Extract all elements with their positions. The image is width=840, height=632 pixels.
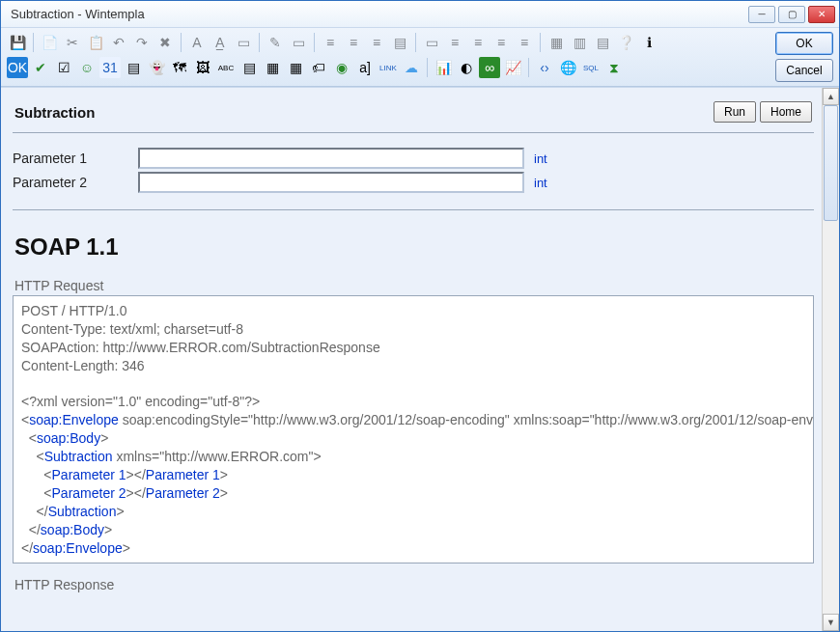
param-label: Parameter 1 bbox=[13, 151, 138, 166]
param-type: int bbox=[534, 151, 547, 166]
abc-icon[interactable]: ABC bbox=[215, 57, 237, 78]
valign-top-icon: ≡ bbox=[444, 32, 465, 53]
http-response-label: HTTP Response bbox=[14, 577, 814, 592]
image-icon[interactable]: 🖼 bbox=[192, 57, 213, 78]
copy-icon: 📄 bbox=[39, 32, 60, 53]
http-request-box: POST / HTTP/1.0 Content-Type: text/xml; … bbox=[13, 295, 814, 563]
textbox-icon[interactable]: a] bbox=[354, 57, 376, 78]
toolbar-separator bbox=[540, 33, 541, 52]
delete-icon: ✖ bbox=[154, 32, 176, 53]
calendar-icon[interactable]: 31 bbox=[99, 57, 121, 78]
toolbar-separator bbox=[427, 58, 428, 77]
param-type: int bbox=[534, 176, 547, 190]
cut-icon: ✂ bbox=[62, 32, 83, 53]
distribute-icon: ▤ bbox=[389, 32, 410, 53]
cloud-icon[interactable]: ☁ bbox=[401, 57, 422, 78]
valign-mid-icon: ≡ bbox=[467, 32, 489, 53]
insert-icon: ✎ bbox=[265, 32, 286, 53]
layers-icon: ▤ bbox=[592, 32, 613, 53]
snap-icon: ▥ bbox=[569, 32, 590, 53]
grid-icon: ▦ bbox=[546, 32, 567, 53]
content-area: Subtraction Run Home Parameter 1intParam… bbox=[1, 87, 839, 631]
align-center-icon: ≡ bbox=[343, 32, 364, 53]
http-request-label: HTTP Request bbox=[14, 278, 814, 293]
infinity-icon[interactable]: ∞ bbox=[479, 57, 500, 78]
panel-header: Subtraction Run Home bbox=[13, 97, 814, 133]
scroll-up-arrow[interactable]: ▲ bbox=[823, 88, 839, 105]
toolbar-separator bbox=[259, 33, 260, 52]
toolbar-separator bbox=[314, 33, 315, 52]
pie-icon[interactable]: ◐ bbox=[456, 57, 477, 78]
emoji-icon[interactable]: ☺ bbox=[76, 57, 98, 78]
doc-icon[interactable]: ▤ bbox=[238, 57, 260, 78]
info-icon[interactable]: ℹ bbox=[638, 32, 659, 53]
scroll-area[interactable]: Subtraction Run Home Parameter 1intParam… bbox=[1, 88, 822, 631]
undo-icon: ↶ bbox=[108, 32, 129, 53]
toolbar-area: 💾📄✂📋↶↷✖AA̲▭✎▭≡≡≡▤▭≡≡≡≡▦▥▤❔ℹ OK✔☑☺31▤👻🗺🖼A… bbox=[1, 28, 839, 87]
vdistribute-icon: ≡ bbox=[514, 32, 535, 53]
home-button[interactable]: Home bbox=[760, 101, 812, 123]
toolbar-separator bbox=[415, 33, 416, 52]
redo-icon: ↷ bbox=[131, 32, 153, 53]
plot-icon[interactable]: 📈 bbox=[502, 57, 523, 78]
toolbar-row-1: 💾📄✂📋↶↷✖AA̲▭✎▭≡≡≡▤▭≡≡≡≡▦▥▤❔ℹ bbox=[7, 32, 659, 53]
soap-heading: SOAP 1.1 bbox=[14, 234, 812, 261]
align-right-icon: ≡ bbox=[366, 32, 387, 53]
font-underline-icon: A̲ bbox=[210, 32, 231, 53]
chart-icon[interactable]: 📊 bbox=[433, 57, 454, 78]
auto-insert-icon: ▭ bbox=[288, 32, 309, 53]
checkbox-icon[interactable]: ✔ bbox=[30, 57, 51, 78]
scroll-down-arrow[interactable]: ▼ bbox=[823, 614, 839, 631]
toolbar-row-2: OK✔☑☺31▤👻🗺🖼ABC▤▦▦🏷◉a]LINK☁📊◐∞📈‹›🌐SQL⧗ bbox=[7, 57, 659, 78]
toolbar-separator bbox=[181, 33, 182, 52]
sql-icon[interactable]: SQL bbox=[580, 57, 602, 78]
ok-button-icon[interactable]: OK bbox=[7, 57, 28, 78]
titlebar: Subtraction - Wintempla ─ ▢ ✕ bbox=[1, 1, 839, 28]
toolbar-separator bbox=[528, 58, 529, 77]
auto-layout-icon: ▭ bbox=[421, 32, 442, 53]
param-row: Parameter 2int bbox=[13, 172, 814, 193]
valign-bot-icon: ≡ bbox=[490, 32, 512, 53]
cancel-button[interactable]: Cancel bbox=[775, 59, 833, 82]
link-icon[interactable]: LINK bbox=[378, 57, 399, 78]
ok-button[interactable]: OK bbox=[775, 32, 833, 55]
panel-title: Subtraction bbox=[14, 104, 710, 121]
tag-icon[interactable]: 🏷 bbox=[308, 57, 329, 78]
window-title: Subtraction - Wintempla bbox=[11, 7, 748, 21]
param-row: Parameter 1int bbox=[13, 148, 814, 169]
auto-format-icon: ▭ bbox=[233, 32, 254, 53]
parameters-block: Parameter 1intParameter 2int bbox=[13, 133, 814, 210]
close-button[interactable]: ✕ bbox=[808, 6, 835, 23]
table-icon[interactable]: ▦ bbox=[262, 57, 283, 78]
help-icon[interactable]: ❔ bbox=[615, 32, 636, 53]
align-left-icon: ≡ bbox=[320, 32, 341, 53]
run-button[interactable]: Run bbox=[714, 101, 756, 123]
paste-icon: 📋 bbox=[85, 32, 106, 53]
globe-icon[interactable]: 🌐 bbox=[557, 57, 578, 78]
code-icon[interactable]: ‹› bbox=[534, 57, 555, 78]
record-icon[interactable]: ◉ bbox=[331, 57, 352, 78]
vscrollbar[interactable]: ▲ ▼ bbox=[822, 88, 839, 631]
param-label: Parameter 2 bbox=[13, 175, 138, 190]
app-window: Subtraction - Wintempla ─ ▢ ✕ 💾📄✂📋↶↷✖AA̲… bbox=[0, 0, 840, 632]
minimize-button[interactable]: ─ bbox=[748, 6, 775, 23]
toolbar-separator bbox=[33, 33, 34, 52]
map-icon[interactable]: 🗺 bbox=[169, 57, 190, 78]
param-input-1[interactable] bbox=[138, 148, 524, 169]
ghost-icon[interactable]: 👻 bbox=[146, 57, 167, 78]
font-bold-icon: A bbox=[186, 32, 208, 53]
list-check-icon[interactable]: ☑ bbox=[53, 57, 74, 78]
maximize-button[interactable]: ▢ bbox=[778, 6, 805, 23]
hourglass-icon[interactable]: ⧗ bbox=[603, 57, 625, 78]
save-icon[interactable]: 💾 bbox=[7, 32, 28, 53]
scroll-thumb[interactable] bbox=[824, 105, 838, 221]
sheet-icon[interactable]: ▦ bbox=[285, 57, 306, 78]
form-icon[interactable]: ▤ bbox=[123, 57, 144, 78]
param-input-2[interactable] bbox=[138, 172, 524, 193]
